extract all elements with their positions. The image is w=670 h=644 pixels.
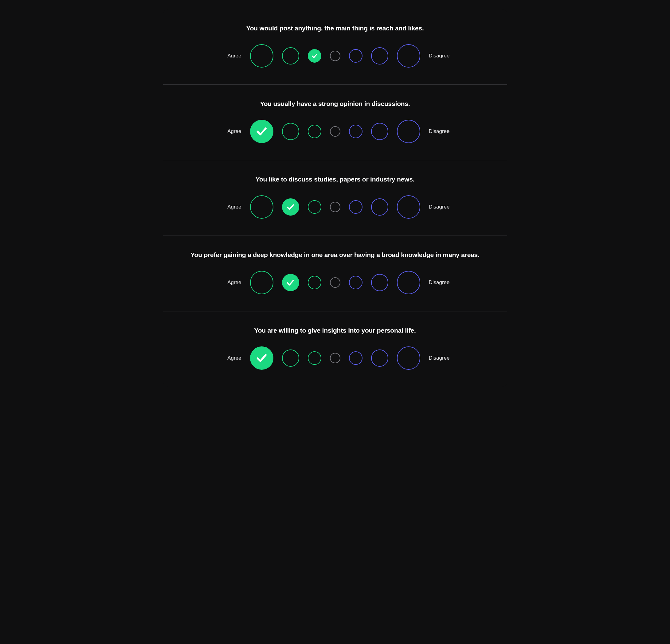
scale-option-4[interactable] <box>330 126 340 137</box>
agree-label: Agree <box>218 128 241 135</box>
scale-option-2[interactable] <box>282 198 299 216</box>
disagree-label: Disagree <box>429 279 452 286</box>
scale-option-1[interactable] <box>250 120 273 143</box>
disagree-label: Disagree <box>429 355 452 361</box>
scale-option-7[interactable] <box>397 346 420 370</box>
question-block: You prefer gaining a deep knowledge in o… <box>163 236 507 311</box>
scale-option-4[interactable] <box>330 353 340 363</box>
question-block: You usually have a strong opinion in dis… <box>163 85 507 160</box>
scale-option-6[interactable] <box>371 274 388 291</box>
check-icon <box>256 352 268 364</box>
scale-option-3[interactable] <box>308 276 321 289</box>
disagree-label: Disagree <box>429 53 452 59</box>
scale-option-5[interactable] <box>349 49 362 63</box>
scale-option-2[interactable] <box>282 47 299 65</box>
question-text: You usually have a strong opinion in dis… <box>172 100 498 108</box>
agree-label: Agree <box>218 204 241 210</box>
scale-option-3[interactable] <box>308 49 321 63</box>
survey-container: You would post anything, the main thing … <box>163 9 507 387</box>
scale-option-2[interactable] <box>282 123 299 140</box>
scale-option-2[interactable] <box>282 350 299 367</box>
scale-option-5[interactable] <box>349 351 362 365</box>
scale-row: AgreeDisagree <box>172 120 498 143</box>
scale-row: AgreeDisagree <box>172 44 498 68</box>
agree-label: Agree <box>218 279 241 286</box>
scale-option-1[interactable] <box>250 271 273 294</box>
scale-row: AgreeDisagree <box>172 271 498 294</box>
scale-option-6[interactable] <box>371 198 388 216</box>
question-block: You would post anything, the main thing … <box>163 9 507 85</box>
disagree-label: Disagree <box>429 204 452 210</box>
question-text: You are willing to give insights into yo… <box>172 327 498 334</box>
scale-option-3[interactable] <box>308 351 321 365</box>
scale-option-5[interactable] <box>349 276 362 289</box>
scale-option-5[interactable] <box>349 125 362 138</box>
scale-option-2[interactable] <box>282 274 299 291</box>
scale-option-6[interactable] <box>371 123 388 140</box>
scale-option-4[interactable] <box>330 202 340 212</box>
scale-option-3[interactable] <box>308 125 321 138</box>
agree-label: Agree <box>218 53 241 59</box>
check-icon <box>286 278 295 287</box>
scale-option-1[interactable] <box>250 44 273 68</box>
question-block: You like to discuss studies, papers or i… <box>163 160 507 236</box>
scale-option-3[interactable] <box>308 200 321 214</box>
scale-option-1[interactable] <box>250 346 273 370</box>
scale-option-7[interactable] <box>397 120 420 143</box>
scale-option-6[interactable] <box>371 350 388 367</box>
disagree-label: Disagree <box>429 128 452 135</box>
scale-option-6[interactable] <box>371 47 388 65</box>
check-icon <box>311 53 318 59</box>
question-text: You would post anything, the main thing … <box>172 25 498 32</box>
scale-option-7[interactable] <box>397 195 420 219</box>
question-text: You like to discuss studies, papers or i… <box>172 176 498 183</box>
scale-row: AgreeDisagree <box>172 195 498 219</box>
scale-option-7[interactable] <box>397 271 420 294</box>
check-icon <box>256 125 268 138</box>
scale-option-7[interactable] <box>397 44 420 68</box>
scale-row: AgreeDisagree <box>172 346 498 370</box>
scale-option-5[interactable] <box>349 200 362 214</box>
scale-option-1[interactable] <box>250 195 273 219</box>
scale-option-4[interactable] <box>330 277 340 288</box>
agree-label: Agree <box>218 355 241 361</box>
scale-option-4[interactable] <box>330 51 340 61</box>
question-block: You are willing to give insights into yo… <box>163 311 507 387</box>
check-icon <box>286 203 295 211</box>
question-text: You prefer gaining a deep knowledge in o… <box>172 251 498 259</box>
